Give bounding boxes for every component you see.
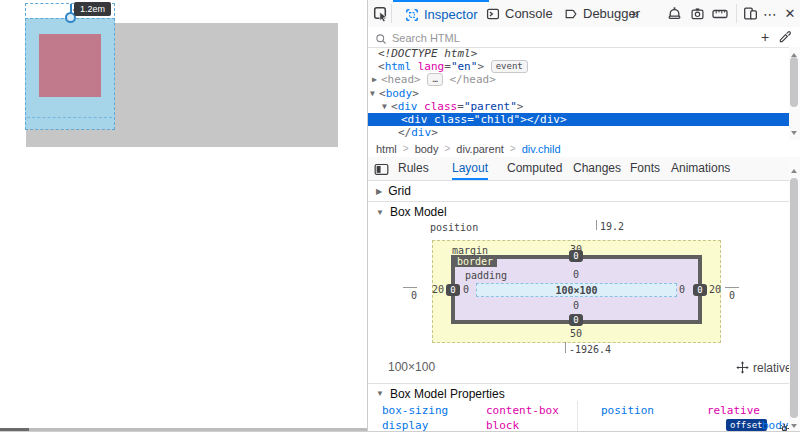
three-pane-toggle-button[interactable] bbox=[374, 162, 389, 180]
element-picker-button[interactable] bbox=[371, 0, 391, 27]
tag-html: html bbox=[385, 60, 412, 73]
position-top-tick bbox=[596, 220, 597, 230]
border-left-value[interactable]: 0 bbox=[446, 284, 460, 296]
padding-left-value[interactable]: 0 bbox=[463, 284, 469, 295]
breadcrumb-separator: > bbox=[510, 143, 516, 154]
properties-column-divider bbox=[577, 401, 578, 432]
sidebar-tab-changes[interactable]: Changes bbox=[573, 157, 621, 178]
prop-value-relative[interactable]: relative bbox=[707, 404, 760, 417]
bracket: < bbox=[378, 60, 385, 73]
close-devtools-button[interactable]: ✕ bbox=[781, 0, 799, 27]
scroll-up-icon[interactable] bbox=[791, 50, 797, 57]
margin-left-value[interactable]: 20 bbox=[432, 284, 444, 295]
margin-tooltip-text: 1.2em bbox=[80, 4, 105, 14]
add-node-button[interactable]: + bbox=[756, 27, 774, 47]
devtools-toolbar: Inspector Console Debugger » bbox=[368, 0, 800, 28]
devtools-menu-button[interactable]: ⋯ bbox=[761, 0, 779, 27]
screenshot-root: 1.2em Inspector Console Debugger bbox=[0, 0, 800, 432]
bracket: > bbox=[412, 87, 419, 100]
border-bottom-value[interactable]: 0 bbox=[569, 314, 583, 326]
bracket: > bbox=[477, 60, 484, 73]
offset-parent-badge: offset bbox=[726, 419, 767, 431]
position-right-dash bbox=[725, 287, 739, 288]
box-model-section-header[interactable]: ▼ Box Model bbox=[368, 202, 798, 222]
ellipsis-badge[interactable]: … bbox=[427, 73, 442, 86]
breadcrumb-item-body[interactable]: body bbox=[415, 143, 439, 155]
position-top-value[interactable]: 19.2 bbox=[600, 221, 624, 232]
markup-row-body[interactable]: ▼<body> bbox=[368, 87, 790, 100]
scroll-down-icon[interactable] bbox=[791, 131, 797, 138]
padding-right-value[interactable]: 0 bbox=[679, 284, 685, 295]
sidebar-scrollbar-thumb[interactable] bbox=[790, 178, 798, 418]
plus-icon: + bbox=[761, 29, 769, 45]
page-viewport: 1.2em bbox=[0, 0, 367, 432]
tab-layout-label: Layout bbox=[452, 161, 488, 175]
sidebar-tab-layout[interactable]: Layout bbox=[452, 157, 488, 180]
sidebar-tab-animations[interactable]: Animations bbox=[671, 157, 730, 178]
tab-inspector[interactable]: Inspector bbox=[393, 0, 489, 27]
position-bottom-tick bbox=[565, 342, 566, 353]
markup-row-div-child-selected[interactable]: <div class="child"></div> bbox=[368, 113, 800, 126]
head-close: </head> bbox=[449, 73, 495, 86]
sidebar-tab-fonts[interactable]: Fonts bbox=[630, 157, 660, 178]
twisty-expanded-icon[interactable]: ▼ bbox=[382, 100, 391, 113]
tag-div: div bbox=[398, 100, 418, 113]
eyedropper-button[interactable] bbox=[778, 30, 792, 48]
prop-value-content-box[interactable]: content-box bbox=[486, 404, 559, 417]
twisty-expanded-icon: ▼ bbox=[376, 208, 384, 217]
content-size[interactable]: 100×100 bbox=[555, 285, 597, 296]
prop-name-position[interactable]: position bbox=[601, 404, 654, 417]
meatball-menu-icon: ⋯ bbox=[763, 6, 777, 22]
prop-name-box-sizing[interactable]: box-sizing bbox=[382, 404, 448, 417]
margin-right-value[interactable]: 20 bbox=[709, 284, 721, 295]
twisty-collapsed-icon[interactable]: ▶ bbox=[372, 73, 381, 86]
box-model-properties-header[interactable]: ▼ Box Model Properties bbox=[368, 383, 798, 403]
margin-bottom-value[interactable]: 50 bbox=[570, 328, 582, 339]
markup-row-html[interactable]: <html lang="en"> event bbox=[368, 60, 790, 73]
breadcrumb-item-div-parent[interactable]: div.parent bbox=[456, 143, 504, 155]
twisty-collapsed-icon: ▶ bbox=[376, 187, 382, 196]
border-top-value[interactable]: 0 bbox=[569, 250, 583, 262]
sidebar-tab-computed[interactable]: Computed bbox=[507, 157, 562, 178]
markup-row-div-parent[interactable]: ▼<div class="parent"> bbox=[368, 100, 790, 113]
console-icon bbox=[486, 7, 500, 21]
search-html-input[interactable] bbox=[390, 29, 724, 46]
screenshot-button[interactable] bbox=[687, 0, 707, 27]
measure-button[interactable] bbox=[710, 0, 730, 27]
twisty-expanded-icon[interactable]: ▼ bbox=[370, 87, 379, 100]
box-model-diagram: position 19.2 100×100 margin border padd… bbox=[368, 220, 790, 358]
sidebar-tabs: Rules Layout Computed Changes Fonts Anim… bbox=[368, 157, 800, 181]
element-size-summary: 100×100 bbox=[388, 360, 435, 374]
responsive-design-mode-button[interactable] bbox=[740, 0, 760, 27]
grid-section-header[interactable]: ▶ Grid bbox=[368, 181, 798, 202]
breadcrumb-item-div-child[interactable]: div.child bbox=[522, 143, 561, 155]
position-bottom-value[interactable]: -1926.4 bbox=[569, 344, 611, 355]
three-pane-icon bbox=[374, 163, 389, 176]
position-right-value[interactable]: 0 bbox=[729, 290, 735, 301]
iframe-picker-button[interactable] bbox=[664, 0, 684, 27]
sidebar-scrollbar[interactable] bbox=[789, 158, 800, 432]
tab-fonts-label: Fonts bbox=[630, 161, 660, 175]
markup-row-head[interactable]: ▶<head> … </head> bbox=[368, 73, 790, 86]
padding-bottom-value[interactable]: 0 bbox=[573, 300, 579, 311]
scroll-down-icon[interactable] bbox=[791, 424, 797, 431]
scroll-up-icon[interactable] bbox=[791, 166, 797, 173]
position-left-dash bbox=[403, 287, 417, 288]
markup-scrollbar-thumb[interactable] bbox=[790, 57, 798, 107]
bracket: < bbox=[379, 87, 386, 100]
markup-row-close-div[interactable]: </div> bbox=[368, 126, 790, 139]
tab-console[interactable]: Console bbox=[476, 0, 563, 27]
more-tabs-chevrons: » bbox=[631, 6, 638, 21]
bracket: > bbox=[431, 126, 438, 139]
padding-top-value[interactable]: 0 bbox=[573, 269, 579, 280]
markup-row-doctype[interactable]: <!DOCTYPE html> bbox=[368, 47, 790, 60]
sidebar-tab-rules[interactable]: Rules bbox=[398, 157, 429, 178]
content-box: 100×100 bbox=[476, 283, 677, 297]
event-badge[interactable]: event bbox=[491, 60, 528, 73]
more-tabs-button[interactable]: » bbox=[626, 0, 644, 27]
breadcrumb-item-html[interactable]: html bbox=[376, 143, 397, 155]
position-left-value[interactable]: 0 bbox=[411, 290, 417, 301]
border-right-value[interactable]: 0 bbox=[693, 284, 707, 296]
markup-scrollbar[interactable] bbox=[789, 47, 800, 140]
camera-icon bbox=[690, 7, 705, 21]
